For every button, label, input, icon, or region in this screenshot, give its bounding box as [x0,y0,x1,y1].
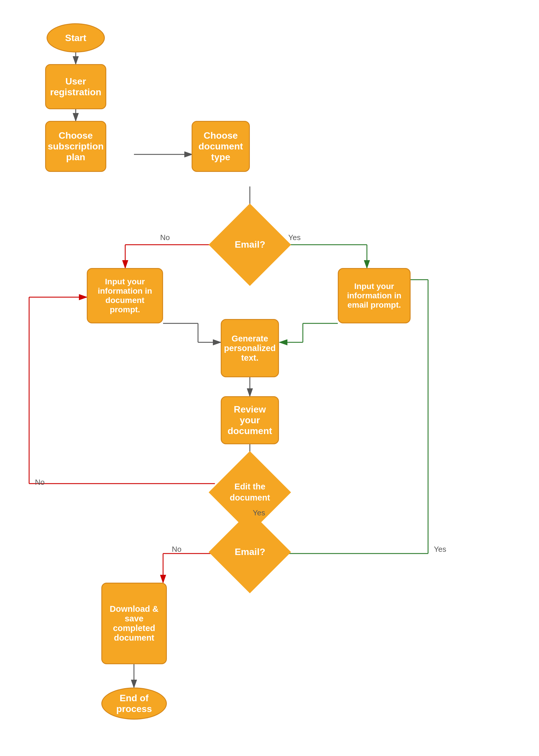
choose-doc-label: Choose document type [198,130,243,163]
yes-label-3: Yes [434,545,446,554]
review-label: Review your document [228,404,272,436]
edit-label: Edit the document [221,481,279,503]
input-doc-prompt-node: Input your information in document promp… [87,268,163,323]
arrows-svg [0,0,539,756]
generate-label: Generate personalized text. [224,334,275,363]
email-2-label: Email? [235,546,265,558]
input-email-label: Input your information in email prompt. [347,282,402,310]
no-label-2: No [35,478,44,487]
email-1-label: Email? [235,239,265,251]
email-diamond-2: Email? [209,511,291,593]
no-label-3: No [172,545,182,554]
review-node: Review your document [221,396,279,444]
choose-document-node: Choose document type [192,121,250,172]
yes-label-1: Yes [288,233,300,242]
end-node: End of process [101,688,167,719]
input-email-prompt-node: Input your information in email prompt. [338,268,411,323]
user-reg-label: User registration [50,76,101,98]
flowchart: Start User registration Choose subscript… [0,0,539,756]
download-node: Download & save completed document [101,583,167,664]
choose-sub-label: Choose subscription plan [48,130,104,163]
choose-subscription-node: Choose subscription plan [45,121,106,172]
no-label-1: No [160,233,170,242]
generate-text-node: Generate personalized text. [221,319,279,377]
end-label: End of process [116,693,152,714]
start-node: Start [46,23,105,52]
download-label: Download & save completed document [110,604,159,643]
user-registration-node: User registration [45,64,106,109]
email-diamond-1: Email? [209,204,291,286]
start-label: Start [65,33,87,43]
input-doc-label: Input your information in document promp… [98,277,152,314]
